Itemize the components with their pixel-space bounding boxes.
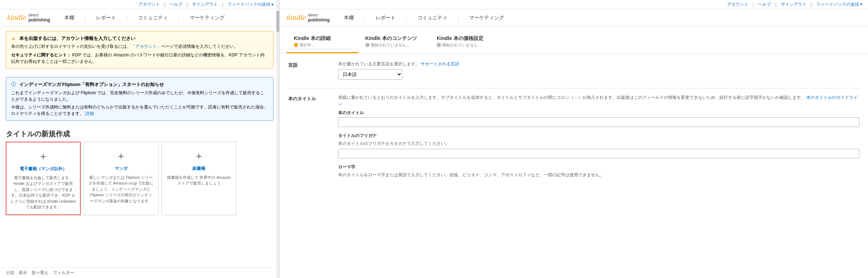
manga-plus-icon: ＋ — [116, 149, 126, 163]
right-sep3: | — [811, 2, 812, 7]
manga-card[interactable]: ＋ マンガ 新しいマンガまたは Fliptoon シリーズを作成して Amazo… — [84, 142, 159, 215]
filter-display[interactable]: 表示 — [19, 270, 27, 276]
left-logo-text: direct publishing — [29, 13, 50, 23]
right-sep1: | — [753, 2, 754, 7]
right-nav-report[interactable]: レポート — [376, 15, 396, 21]
right-feedback-link[interactable]: フィードバックの送信 ▾ — [816, 1, 862, 7]
info-title: ⓘ インディーズマンガ Fliptoon「有料オプション」スタートのお知らせ — [11, 81, 268, 88]
step-details-status: ⓘ 実行中... — [294, 42, 351, 48]
right-logo-text: direct publishing — [308, 13, 330, 23]
form-section-title: 本のタイトル 表紙に書かれているとおりのタイトルを入力します。サブタイトルを追加… — [288, 94, 859, 180]
left-panel: アカウント | ヘルプ | サインアウト | フィードバックの送信 ▾ kind… — [0, 0, 280, 278]
language-select[interactable]: 日本語 — [338, 69, 402, 80]
detail-link[interactable]: 詳細 — [85, 111, 94, 116]
left-scrollbar[interactable] — [276, 0, 279, 278]
left-scroll-thumb[interactable] — [276, 11, 279, 32]
language-content: 本が書かれている主要言語を選択します。 サポートされる言語 日本語 — [338, 61, 859, 80]
title-hint-text: 表紙に書かれているとおりのタイトルを入力します。サブタイトルを追加すると、タイト… — [338, 95, 805, 100]
left-signout-link[interactable]: サインアウト — [192, 1, 218, 7]
step-content-status-text: 開始されていません... — [371, 42, 410, 48]
step-tab-content[interactable]: Kindle 本のコンテンツ ⓘ 開始されていません... — [358, 32, 430, 53]
step-content-status: ⓘ 開始されていません... — [365, 42, 422, 48]
info-line1: これまでインディーズマンガおよび Fliptoon では、完全無料のシリーズ作成… — [11, 90, 268, 102]
left-logo-publishing: publishing — [29, 17, 50, 22]
right-nav-sep3: ｜ — [456, 15, 461, 21]
supported-langs-link[interactable]: サポートされる言語 — [421, 61, 459, 66]
left-nav-community[interactable]: コミュニティ — [138, 15, 168, 21]
create-cards: ＋ 電子書籍（マンガ以外） 電子書籍を出版して販売します。Kindle およびマ… — [6, 142, 274, 215]
right-chevron-icon: ▾ — [860, 2, 862, 7]
right-nav-marketing[interactable]: マーケティング — [469, 15, 504, 21]
right-account-link[interactable]: アカウント — [727, 1, 748, 7]
bottom-toolbar: 小説 表示 並べ替え フィルター — [0, 267, 279, 278]
step-content-name: Kindle 本のコンテンツ — [365, 35, 422, 42]
title-content: 表紙に書かれているとおりのタイトルを入力します。サブタイトルを追加すると、タイト… — [338, 94, 859, 180]
right-feedback-text[interactable]: フィードバックの送信 — [816, 2, 859, 7]
left-kindle-logo: kindle — [7, 13, 26, 22]
right-nav-community[interactable]: コミュニティ — [417, 15, 447, 21]
filter-sort[interactable]: 並べ替え — [31, 270, 49, 276]
right-header-bar: kindle direct publishing 本棚 ｜ レポート ｜ コミュ… — [280, 9, 868, 27]
step-pricing-status-text: 開始されていません... — [442, 42, 481, 48]
furigana-input[interactable] — [338, 149, 859, 158]
paperback-card[interactable]: ＋ 紙書籍 紙書籍を作成して 世界中の Amazon ストアで販売しましょう — [161, 142, 236, 215]
chevron-down-icon: ▾ — [271, 2, 274, 7]
right-nav-sep1: ｜ — [362, 15, 367, 21]
language-hint: 本が書かれている主要言語を選択します。 サポートされる言語 — [338, 61, 859, 67]
left-account-link[interactable]: アカウント — [139, 1, 160, 7]
warning-icon: ▲ — [11, 36, 16, 41]
right-panel: アカウント | ヘルプ | サインアウト | フィードバックの送信 ▾ kind… — [280, 0, 868, 278]
title-label: 本のタイトル — [288, 94, 331, 102]
ebook-card[interactable]: ＋ 電子書籍（マンガ以外） 電子書籍を出版して販売します。Kindle およびマ… — [6, 142, 81, 215]
left-top-nav: アカウント | ヘルプ | サインアウト | フィードバックの送信 ▾ — [0, 0, 279, 9]
right-help-link[interactable]: ヘルプ — [758, 1, 771, 7]
left-sep2: | — [187, 2, 188, 7]
right-logo-publishing: publishing — [308, 17, 330, 22]
step-tab-pricing[interactable]: Kindle 本の価格設定 ⓘ 開始されていません... — [430, 32, 501, 53]
left-help-link[interactable]: ヘルプ — [170, 1, 182, 7]
step-tab-details[interactable]: Kindle 本の詳細 ⓘ 実行中... — [287, 32, 358, 53]
furigana-hint: 本のタイトルのフリガナをカタカナで入力してください。 — [338, 140, 859, 147]
left-nav-report[interactable]: レポート — [96, 15, 116, 21]
right-main-nav: 本棚 ｜ レポート ｜ コミュニティ ｜ マーケティング — [344, 15, 504, 21]
filter-novel[interactable]: 小説 — [6, 270, 14, 276]
warning-line2: セキュリティに関するヒント： KDP では、お客様の Amazon のパスワード… — [11, 52, 268, 65]
ebook-card-desc: 電子書籍を出版して販売します。Kindle およびマンガストアで販売し、投資シリ… — [11, 175, 76, 210]
left-sep1: | — [164, 2, 165, 7]
left-main-nav: 本棚 ｜ レポート ｜ コミュニティ ｜ マーケティング — [64, 15, 225, 21]
right-nav-sep2: ｜ — [404, 15, 409, 21]
right-sep2: | — [775, 2, 776, 7]
left-nav-sep2: ｜ — [125, 15, 129, 21]
warning-banner: ▲ 本を出版するには、アカウント情報を入力してください 本の売り上げに対するロイ… — [6, 31, 274, 69]
romaji-label: ローマ字 — [338, 164, 859, 170]
romaji-hint: 本のタイトルをローマ字または英語で入力してください。括弧、ピリオド、コンマ、アポ… — [338, 172, 859, 178]
left-header-bar: kindle direct publishing 本棚 ｜ レポート ｜ コミュ… — [0, 9, 279, 27]
account-link[interactable]: 「アカウント」 — [131, 44, 161, 49]
left-feedback-text[interactable]: フィードバックの送信 — [227, 1, 270, 7]
manga-card-desc: 新しいマンガまたは Fliptoon シリーズを作成して Amazon.co.j… — [88, 175, 154, 204]
step-pricing-status-icon: ⓘ — [437, 43, 441, 47]
right-signout-link[interactable]: サインアウト — [781, 1, 807, 7]
warning-title: ▲ 本を出版するには、アカウント情報を入力してください — [11, 35, 268, 42]
manga-card-title: マンガ — [115, 166, 127, 172]
divider-1 — [288, 88, 859, 89]
step-details-status-icon: ⓘ — [294, 43, 298, 47]
right-nav-hondan[interactable]: 本棚 — [344, 15, 354, 21]
info-banner: ⓘ インディーズマンガ Fliptoon「有料オプション」スタートのお知らせ こ… — [6, 77, 274, 121]
right-kindle-logo: kindle — [287, 13, 306, 22]
warning-title-text: 本を出版するには、アカウント情報を入力してください — [19, 36, 135, 41]
security-hint-label: セキュリティに関するヒント： — [11, 52, 71, 57]
filter-filter[interactable]: フィルター — [53, 270, 74, 276]
paperback-plus-icon: ＋ — [194, 149, 204, 163]
left-nav-marketing[interactable]: マーケティング — [190, 15, 225, 21]
step-details-status-text: 実行中... — [300, 42, 315, 48]
paperback-card-title: 紙書籍 — [192, 166, 205, 172]
step-pricing-status: ⓘ 開始されていません... — [437, 42, 494, 48]
title-input[interactable] — [338, 117, 859, 127]
language-label: 言語 — [288, 61, 331, 69]
furigana-label: タイトルのフリガナ — [338, 133, 859, 139]
language-hint-text: 本が書かれている主要言語を選択します。 — [338, 61, 420, 66]
left-feedback-link[interactable]: フィードバックの送信 ▾ — [227, 1, 274, 7]
form-section-language: 言語 本が書かれている主要言語を選択します。 サポートされる言語 日本語 — [288, 61, 859, 80]
left-nav-hondan[interactable]: 本棚 — [64, 15, 74, 21]
